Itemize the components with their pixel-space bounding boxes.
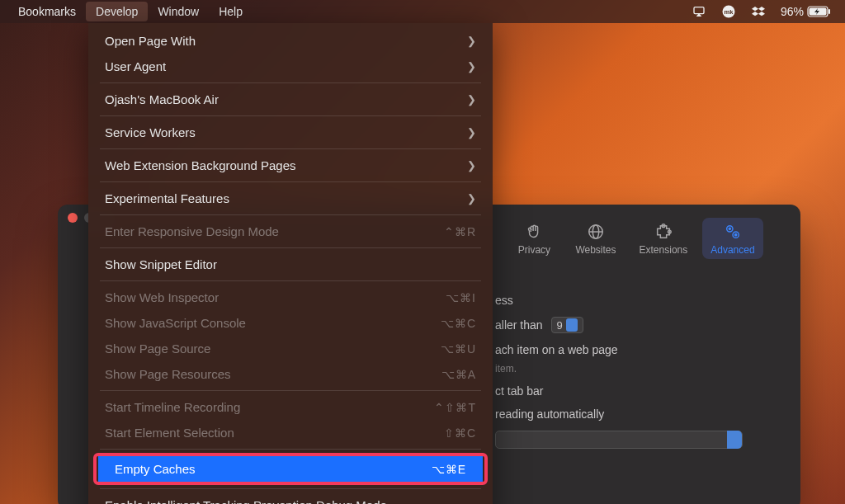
hand-icon bbox=[525, 223, 543, 241]
shortcut: ⌥⌘I bbox=[446, 291, 476, 304]
menu-web-ext-bg[interactable]: Web Extension Background Pages❯ bbox=[88, 153, 493, 178]
menu-window[interactable]: Window bbox=[148, 2, 209, 21]
tab-label: Privacy bbox=[518, 244, 550, 256]
menu-help[interactable]: Help bbox=[209, 2, 253, 21]
each-item-label: ach item on a web page bbox=[495, 343, 767, 356]
shortcut: ⌥⌘E bbox=[432, 463, 466, 476]
svg-marker-6 bbox=[752, 12, 758, 16]
chevron-right-icon: ❯ bbox=[467, 60, 476, 73]
menu-develop[interactable]: Develop bbox=[86, 2, 148, 21]
menu-bar-right: mk 96% bbox=[692, 5, 832, 18]
stepper-icon bbox=[727, 431, 742, 449]
shortcut: ⌃⇧⌘T bbox=[434, 401, 476, 414]
menu-separator bbox=[100, 390, 481, 391]
font-size-row: aller than 9 bbox=[495, 317, 767, 333]
svg-marker-5 bbox=[758, 7, 765, 11]
menu-separator bbox=[100, 280, 481, 281]
menu-page-resources: Show Page Resources⌥⌘A bbox=[88, 361, 493, 387]
language-select[interactable] bbox=[495, 431, 743, 449]
shortcut: ⇧⌘C bbox=[444, 426, 476, 440]
menu-experimental[interactable]: Experimental Features❯ bbox=[88, 186, 493, 211]
battery-status[interactable]: 96% bbox=[781, 5, 832, 18]
menu-separator bbox=[100, 488, 481, 489]
chevron-right-icon: ❯ bbox=[467, 192, 476, 205]
shortcut: ⌥⌘A bbox=[441, 368, 476, 381]
menu-service-workers[interactable]: Service Workers❯ bbox=[88, 120, 493, 145]
puzzle-icon bbox=[654, 223, 673, 241]
stepper-icon bbox=[566, 318, 578, 332]
svg-rect-0 bbox=[694, 7, 704, 14]
battery-percent: 96% bbox=[781, 5, 804, 18]
menu-bar-left: Bookmarks Develop Window Help bbox=[8, 2, 253, 21]
menu-bar: Bookmarks Develop Window Help mk 96% bbox=[0, 0, 845, 23]
menu-open-page-with[interactable]: Open Page With❯ bbox=[88, 28, 493, 54]
dropbox-icon[interactable] bbox=[751, 5, 766, 18]
tab-websites[interactable]: Websites bbox=[567, 218, 624, 259]
tab-extensions[interactable]: Extensions bbox=[631, 218, 696, 259]
develop-menu: Open Page With❯ User Agent❯ Ojash's MacB… bbox=[88, 23, 493, 504]
tab-advanced[interactable]: Advanced bbox=[702, 218, 762, 259]
menu-separator bbox=[100, 115, 481, 116]
svg-point-18 bbox=[729, 228, 730, 229]
shortcut: ⌥⌘C bbox=[441, 317, 476, 330]
item-note: item. bbox=[495, 363, 767, 374]
chevron-right-icon: ❯ bbox=[467, 35, 476, 47]
menu-itp-debug[interactable]: Enable Intelligent Tracking Prevention D… bbox=[88, 492, 493, 504]
menu-element-selection: Start Element Selection⇧⌘C bbox=[88, 420, 493, 445]
mk-icon[interactable]: mk bbox=[721, 5, 736, 18]
lang-select-row bbox=[495, 431, 767, 449]
highlight-callout: Empty Caches⌥⌘E bbox=[93, 453, 488, 485]
tab-label: Advanced bbox=[710, 244, 754, 256]
menu-empty-caches[interactable]: Empty Caches⌥⌘E bbox=[98, 456, 483, 482]
airplay-icon[interactable] bbox=[692, 5, 706, 18]
svg-marker-7 bbox=[758, 12, 765, 16]
compact-tab-label: ct tab bar bbox=[495, 384, 767, 398]
gears-icon bbox=[724, 223, 742, 241]
menu-separator bbox=[100, 148, 481, 149]
menu-separator bbox=[100, 181, 481, 182]
tab-privacy[interactable]: Privacy bbox=[507, 218, 560, 259]
close-button[interactable] bbox=[68, 213, 78, 223]
menu-web-inspector: Show Web Inspector⌥⌘I bbox=[88, 285, 493, 310]
globe-icon bbox=[587, 223, 605, 241]
menu-separator bbox=[100, 247, 481, 248]
address-label: ess bbox=[495, 294, 767, 307]
svg-point-20 bbox=[734, 234, 736, 236]
menu-device[interactable]: Ojash's MacBook Air❯ bbox=[88, 87, 493, 112]
chevron-right-icon: ❯ bbox=[467, 126, 476, 139]
tab-label: Websites bbox=[575, 244, 616, 256]
tab-label: Extensions bbox=[640, 244, 688, 256]
menu-user-agent[interactable]: User Agent❯ bbox=[88, 54, 493, 79]
font-size-select[interactable]: 9 bbox=[551, 317, 583, 333]
menu-bookmarks[interactable]: Bookmarks bbox=[8, 2, 86, 21]
chevron-right-icon: ❯ bbox=[467, 159, 476, 172]
svg-marker-4 bbox=[752, 7, 758, 11]
menu-snippet[interactable]: Show Snippet Editor bbox=[88, 252, 493, 277]
menu-separator bbox=[100, 214, 481, 215]
menu-timeline: Start Timeline Recording⌃⇧⌘T bbox=[88, 394, 493, 420]
reading-label: reading automatically bbox=[495, 407, 767, 421]
svg-text:mk: mk bbox=[725, 8, 734, 16]
menu-separator bbox=[100, 82, 481, 83]
menu-js-console: Show JavaScript Console⌥⌘C bbox=[88, 310, 493, 336]
shortcut: ⌥⌘U bbox=[441, 342, 476, 356]
chevron-right-icon: ❯ bbox=[467, 93, 476, 106]
shortcut: ⌃⌘R bbox=[444, 225, 476, 238]
menu-page-source: Show Page Source⌥⌘U bbox=[88, 336, 493, 361]
menu-separator bbox=[100, 449, 481, 450]
svg-rect-10 bbox=[828, 9, 830, 14]
menu-responsive: Enter Responsive Design Mode⌃⌘R bbox=[88, 219, 493, 244]
